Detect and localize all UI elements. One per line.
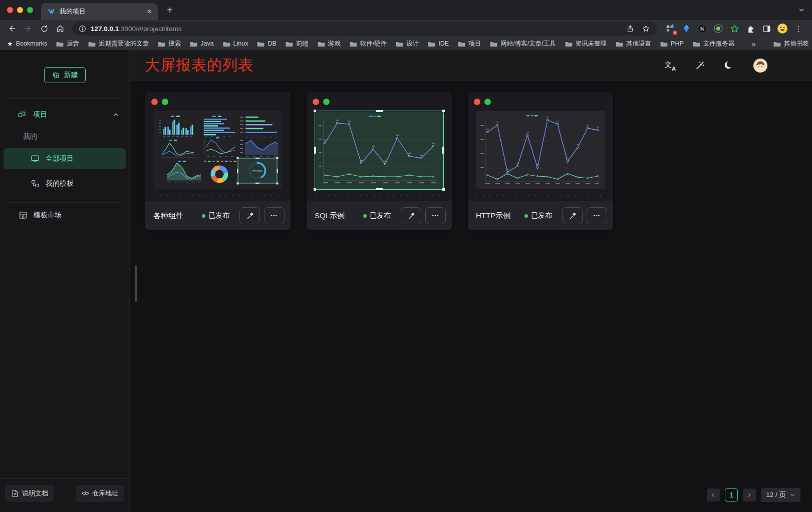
bookmarks-root[interactable]: ★Bookmarks [7, 40, 47, 48]
bookmark-folder[interactable]: 软件/硬件 [349, 40, 387, 48]
bookmark-folder[interactable]: DB [256, 40, 276, 47]
bookmark-label: 运营 [67, 40, 79, 48]
status-dot-icon [524, 214, 528, 218]
bookmark-folder[interactable]: 搜索 [157, 40, 181, 48]
recorder-extension-icon[interactable] [713, 23, 724, 34]
bookmark-folder[interactable]: Linux [222, 40, 248, 47]
language-toggle-button[interactable]: 文 A [665, 61, 676, 71]
edit-project-button[interactable] [239, 207, 260, 224]
bookmark-label: Java [200, 40, 213, 47]
new-tab-button[interactable]: + [163, 3, 177, 17]
folder-icon [88, 41, 96, 47]
card-thumbnail[interactable]: 25.00% [154, 111, 282, 189]
bookmark-folder[interactable]: 近期需要读的文章 [88, 40, 149, 48]
prev-page-button[interactable] [707, 488, 720, 501]
window-zoom-button[interactable] [27, 7, 33, 13]
card-thumbnail[interactable] [315, 111, 443, 189]
share-icon[interactable] [626, 25, 634, 33]
bookmark-folder[interactable]: 其他语言 [615, 40, 651, 48]
repo-button[interactable]: </> 仓库地址 [76, 485, 124, 502]
translate-icon: 文 A [665, 61, 676, 71]
back-button[interactable] [5, 22, 19, 36]
browser-tab[interactable]: 我的项目 ✕ [41, 3, 158, 20]
tab-search-icon[interactable] [798, 7, 812, 14]
window-minimize-button[interactable] [17, 7, 23, 13]
page-size-select[interactable]: 12 / 页 [761, 488, 800, 502]
theme-wand-button[interactable] [695, 61, 705, 71]
browser-menu-icon[interactable]: ⋮ [793, 23, 804, 34]
window-close-button[interactable] [7, 7, 13, 13]
scrollbar-thumb[interactable] [135, 265, 137, 302]
header-actions: 文 A [665, 58, 797, 73]
bookmark-label: Linux [233, 40, 248, 47]
project-card[interactable]: 25.00% 各种组件 已发布 ••• [145, 92, 291, 230]
bookmark-folder[interactable]: 网站/博客/文章/工具 [489, 40, 556, 48]
line-chart-preview [315, 111, 443, 189]
bookmark-label: 前端 [296, 40, 309, 48]
edit-project-button[interactable] [401, 207, 421, 224]
bookmark-label: Bookmarks [16, 40, 48, 47]
sidebar-item-template-market[interactable]: 模板市场 [4, 205, 126, 226]
tampermonkey-extension-icon[interactable]: 9 [665, 23, 676, 34]
sidebar-item-my-templates[interactable]: 我的模板 [4, 173, 126, 194]
address-bar[interactable]: 127.0.0.1:3000/#/project/items [72, 22, 657, 36]
folder-icon [615, 41, 623, 47]
chevron-left-icon [710, 492, 716, 498]
current-page-button[interactable]: 1 [725, 488, 738, 501]
card-title: HTTP示例 [476, 211, 524, 221]
docs-button[interactable]: 说明文档 [5, 485, 54, 502]
dashboard-preview: 25.00% [154, 111, 282, 189]
bookmark-folder[interactable]: 前端 [285, 40, 309, 48]
project-card[interactable]: SQL示例 已发布 ••• [307, 92, 452, 230]
template-icon [30, 179, 40, 189]
bookmark-folder[interactable]: 运营 [56, 40, 79, 48]
profile-avatar-icon[interactable] [777, 23, 788, 34]
bookmarks-overflow[interactable]: » [751, 40, 755, 48]
create-project-button[interactable]: 新建 [44, 67, 86, 83]
more-actions-button[interactable]: ••• [264, 207, 285, 224]
site-info-icon[interactable] [79, 25, 86, 33]
command-extension-icon[interactable]: ⌘ [697, 23, 708, 34]
edit-project-button[interactable] [562, 207, 583, 224]
selection-handle [314, 110, 316, 112]
bookmark-folder[interactable]: 游戏 [317, 40, 341, 48]
bookmark-star-icon[interactable] [642, 25, 650, 33]
kite-extension-icon[interactable] [681, 23, 692, 34]
more-actions-button[interactable]: ••• [587, 207, 607, 224]
bookmark-folder[interactable]: IDE [427, 40, 449, 47]
tab-close-icon[interactable]: ✕ [145, 7, 154, 16]
bookmark-folder[interactable]: 资讯未整理 [565, 40, 607, 48]
bookmark-folder[interactable]: 设计 [395, 40, 419, 48]
home-button[interactable] [53, 22, 67, 36]
bookmark-folder[interactable]: PHP [660, 40, 684, 47]
red-dot-icon [151, 99, 158, 105]
bookmark-label: 设计 [406, 40, 419, 48]
bookmark-folder[interactable]: 项目 [457, 40, 481, 48]
project-card[interactable]: HTTP示例 已发布 ••• [468, 92, 613, 230]
chevron-up-icon[interactable] [112, 111, 119, 118]
user-avatar[interactable] [753, 58, 768, 73]
publish-status: 已发布 [363, 211, 391, 220]
more-actions-button[interactable]: ••• [425, 207, 446, 224]
url-text[interactable]: 127.0.0.1:3000/#/project/items [91, 25, 182, 33]
command-glyph: ⌘ [700, 26, 705, 32]
forward-button[interactable] [21, 22, 35, 36]
bookmark-folder[interactable]: Java [189, 40, 213, 47]
dotted-divider [315, 195, 443, 196]
bookmark-label: 其他书签 [784, 40, 809, 48]
card-footer: 各种组件 已发布 ••• [145, 201, 291, 230]
sidebar-section-projects[interactable]: 项目 [0, 99, 129, 119]
sidebar-item-all-projects[interactable]: 全部项目 [4, 148, 126, 169]
folder-icon [773, 41, 781, 47]
bookmark-folder[interactable]: 文件服务器 [692, 40, 735, 48]
star-extension-icon[interactable] [729, 23, 740, 34]
star-icon: ★ [7, 40, 13, 48]
card-thumbnail[interactable] [476, 111, 605, 189]
sidepanel-icon[interactable] [761, 23, 772, 34]
dark-mode-button[interactable] [724, 61, 734, 71]
next-page-button[interactable] [743, 488, 756, 501]
main-header: 大屏报表的列表 文 A [130, 50, 812, 81]
other-bookmarks[interactable]: 其他书签 [773, 40, 809, 48]
reload-button[interactable] [37, 22, 51, 36]
puzzle-extensions-icon[interactable] [745, 23, 756, 34]
